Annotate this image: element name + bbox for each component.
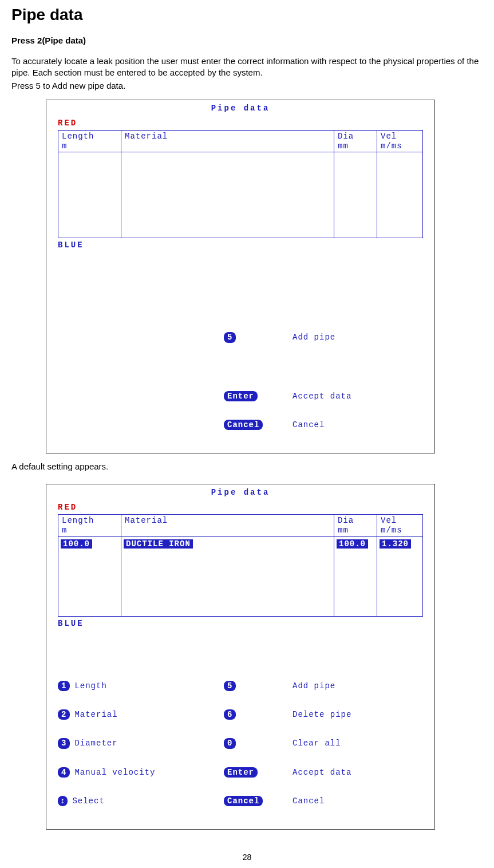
lcd-action-diameter: Diameter bbox=[74, 738, 117, 748]
lcd-key-1: 1 bbox=[58, 681, 70, 691]
lcd-cell-dia: 100.0 bbox=[334, 536, 377, 551]
paragraph-intro: To accurately locate a leak position the… bbox=[11, 56, 483, 79]
lcd-blue-label: BLUE bbox=[48, 238, 433, 250]
lcd-cell-empty bbox=[121, 152, 334, 238]
lcd-screenshot-empty: Pipe data RED Length m Material Dia mm V… bbox=[46, 100, 435, 453]
lcd-action-manual-velocity: Manual velocity bbox=[74, 767, 155, 778]
lcd-cell-empty bbox=[58, 551, 121, 617]
lcd-key-3: 3 bbox=[58, 738, 70, 748]
lcd-key-cancel: Cancel bbox=[224, 796, 263, 806]
lcd-key-enter: Enter bbox=[224, 391, 258, 401]
lcd-key-cancel: Cancel bbox=[224, 420, 263, 430]
lcd-cell-length: 100.0 bbox=[58, 536, 121, 551]
lcd-cell-empty bbox=[334, 152, 377, 238]
lcd-action-cancel: Cancel bbox=[293, 796, 423, 806]
caption-default: A default setting appears. bbox=[11, 461, 483, 471]
lcd-action-select: Select bbox=[72, 796, 104, 806]
lcd-table-default: Length m Material Dia mm Vel m/ms 100.0 … bbox=[58, 514, 423, 617]
lcd-table-empty: Length m Material Dia mm Vel m/ms bbox=[58, 130, 423, 239]
lcd-key-6: 6 bbox=[224, 709, 236, 720]
lcd-action-add-pipe: Add pipe bbox=[293, 681, 423, 691]
lcd-cell-empty bbox=[377, 551, 423, 617]
lcd-cell-empty bbox=[58, 152, 121, 238]
lcd-key-enter: Enter bbox=[224, 767, 258, 778]
lcd-header-length: Length m bbox=[58, 130, 121, 152]
lcd-action-length: Length bbox=[74, 681, 106, 691]
lcd-action-cancel: Cancel bbox=[293, 420, 423, 430]
lcd-header-dia: Dia mm bbox=[334, 130, 377, 152]
paragraph-instruction: Press 5 to Add new pipe data. bbox=[11, 80, 483, 92]
lcd-cell-empty bbox=[377, 152, 423, 238]
page-subtitle: Press 2(Pipe data) bbox=[11, 35, 483, 45]
lcd-key-0: 0 bbox=[224, 738, 236, 748]
lcd-blue-label: BLUE bbox=[48, 617, 433, 628]
lcd-key-arrow-icon: ↕ bbox=[58, 796, 68, 806]
lcd-cell-empty bbox=[334, 551, 377, 617]
lcd-action-add-pipe: Add pipe bbox=[293, 332, 423, 342]
lcd-key-5: 5 bbox=[224, 681, 236, 691]
lcd-action-material: Material bbox=[74, 709, 117, 720]
lcd-cell-empty bbox=[121, 551, 334, 617]
lcd-key-4: 4 bbox=[58, 767, 70, 778]
lcd-cell-material: DUCTILE IRON bbox=[121, 536, 334, 551]
lcd-header-dia: Dia mm bbox=[334, 514, 377, 536]
page-number: 28 bbox=[11, 853, 483, 862]
lcd-red-label: RED bbox=[48, 119, 433, 130]
lcd-title: Pipe data bbox=[48, 101, 433, 119]
lcd-header-material: Material bbox=[121, 130, 334, 152]
lcd-key-2: 2 bbox=[58, 709, 70, 720]
lcd-action-clear-all: Clear all bbox=[293, 738, 423, 748]
lcd-header-vel: Vel m/ms bbox=[377, 130, 423, 152]
lcd-header-vel: Vel m/ms bbox=[377, 514, 423, 536]
lcd-key-5: 5 bbox=[224, 332, 236, 342]
lcd-red-label: RED bbox=[48, 503, 433, 514]
page-title: Pipe data bbox=[11, 6, 483, 24]
lcd-footer-2: 1Length 5 Add pipe 2Material 6 Delete pi… bbox=[48, 628, 433, 828]
lcd-action-delete-pipe: Delete pipe bbox=[293, 709, 423, 720]
lcd-screenshot-default: Pipe data RED Length m Material Dia mm V… bbox=[46, 484, 435, 830]
lcd-title: Pipe data bbox=[48, 486, 433, 503]
lcd-cell-vel: 1.320 bbox=[377, 536, 423, 551]
lcd-action-accept: Accept data bbox=[293, 767, 423, 778]
lcd-action-accept: Accept data bbox=[293, 391, 423, 401]
lcd-header-material: Material bbox=[121, 514, 334, 536]
lcd-footer-1: 5 Add pipe Enter Accept data Cancel Canc… bbox=[48, 250, 433, 452]
lcd-header-length: Length m bbox=[58, 514, 121, 536]
